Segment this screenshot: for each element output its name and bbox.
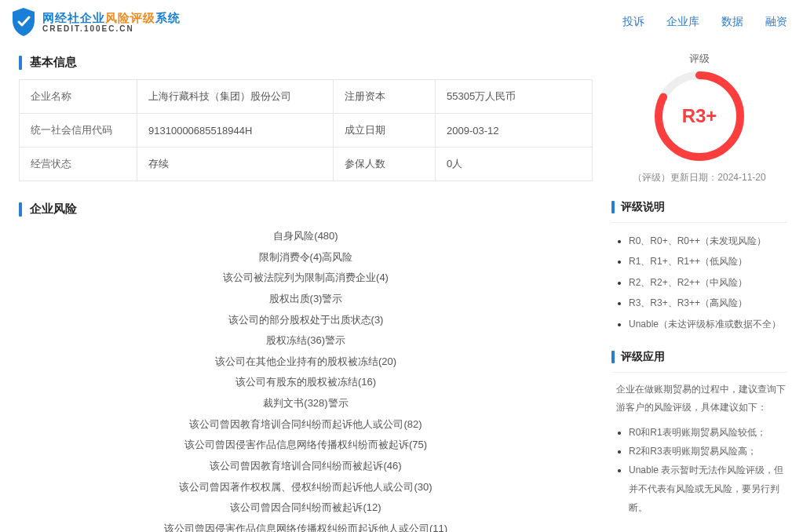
legend-title: 评级说明 xyxy=(611,200,787,214)
list-item: R2和R3表明账期贸易风险高； xyxy=(629,442,787,461)
logo[interactable]: 网经社企业风险评级系统 CREDIT.100EC.CN xyxy=(9,6,181,38)
list-item: 股权冻结(36)警示 xyxy=(19,330,593,352)
legend-list: R0、R0+、R0++（未发现风险） R1、R1+、R1++（低风险） R2、R… xyxy=(611,231,787,334)
cell-value: 2009-03-12 xyxy=(436,114,593,148)
list-item: Unable 表示暂时无法作风险评级，但并不代表有风险或无风险，要另行判断。 xyxy=(629,461,787,517)
list-item: 该公司曾因著作权权属、侵权纠纷而起诉他人或公司(30) xyxy=(19,477,593,498)
risk-title: 企业风险 xyxy=(19,202,593,217)
cell-value: 55305万人民币 xyxy=(436,80,593,114)
cell-value: 91310000685518944H xyxy=(137,114,334,148)
list-item: 该公司被法院列为限制高消费企业(4) xyxy=(19,268,593,289)
table-row: 经营状态 存续 参保人数 0人 xyxy=(20,148,593,181)
cell-label: 成立日期 xyxy=(334,114,436,148)
cell-label: 注册资本 xyxy=(334,80,436,114)
list-item: 该公司在其他企业持有的股权被冻结(20) xyxy=(19,352,593,373)
cell-label: 企业名称 xyxy=(20,80,137,114)
top-nav: 投诉 企业库 数据 融资 xyxy=(622,15,787,29)
header: 网经社企业风险评级系统 CREDIT.100EC.CN 投诉 企业库 数据 融资 xyxy=(0,0,803,44)
list-item: 该公司的部分股权处于出质状态(3) xyxy=(19,310,593,331)
logo-text-3: 系统 xyxy=(155,11,181,24)
list-item: R0、R0+、R0++（未发现风险） xyxy=(629,231,787,251)
cell-value: 存续 xyxy=(137,148,334,181)
list-item: 裁判文书(328)警示 xyxy=(19,393,593,414)
app-note: 企业在做账期贸易的过程中，建议查询下游客户的风险评级，具体建议如下： xyxy=(611,381,787,417)
rating-value: R3+ xyxy=(682,105,717,127)
table-row: 统一社会信用代码 91310000685518944H 成立日期 2009-03… xyxy=(20,114,593,148)
cell-value: 上海行藏科技（集团）股份公司 xyxy=(137,80,334,114)
list-item: 该公司曾因侵害作品信息网络传播权纠纷而被起诉(75) xyxy=(19,435,593,456)
list-item: 该公司曾因合同纠纷而被起诉(12) xyxy=(19,497,593,519)
app-list: R0和R1表明账期贸易风险较低； R2和R3表明账期贸易风险高； Unable … xyxy=(611,423,787,517)
list-item: 该公司有股东的股权被冻结(16) xyxy=(19,372,593,393)
table-row: 企业名称 上海行藏科技（集团）股份公司 注册资本 55305万人民币 xyxy=(20,80,593,114)
list-item: R1、R1+、R1++（低风险） xyxy=(629,251,787,271)
risk-list: 自身风险(480) 限制消费令(4)高风险 该公司被法院列为限制高消费企业(4)… xyxy=(19,226,593,532)
list-item: 限制消费令(4)高风险 xyxy=(19,247,593,268)
list-item: R2、R2+、R2++（中风险） xyxy=(629,272,787,293)
divider xyxy=(611,222,787,223)
logo-subtext: CREDIT.100EC.CN xyxy=(42,24,181,34)
list-item: 该公司曾因教育培训合同纠纷而被起诉(46) xyxy=(19,456,593,477)
list-item: 该公司曾因教育培训合同纠纷而起诉他人或公司(82) xyxy=(19,414,593,435)
nav-data[interactable]: 数据 xyxy=(721,15,743,29)
rating-date: （评级）更新日期：2024-11-20 xyxy=(611,171,787,184)
shield-icon xyxy=(9,6,38,38)
rating-panel: 评级 R3+ （评级）更新日期：2024-11-20 xyxy=(611,52,787,184)
list-item: 该公司曾因侵害作品信息网络传播权纠纷而起诉他人或公司(11) xyxy=(19,519,593,532)
cell-label: 经营状态 xyxy=(20,148,137,181)
list-item: 自身风险(480) xyxy=(19,226,593,247)
logo-text-2: 风险评级 xyxy=(105,11,155,24)
basic-info-table: 企业名称 上海行藏科技（集团）股份公司 注册资本 55305万人民币 统一社会信… xyxy=(19,79,593,181)
nav-financing[interactable]: 融资 xyxy=(765,15,787,29)
list-item: R3、R3+、R3++（高风险） xyxy=(629,293,787,313)
logo-text-1: 网经社企业 xyxy=(42,11,105,24)
list-item: 股权出质(3)警示 xyxy=(19,289,593,310)
cell-label: 参保人数 xyxy=(334,148,436,181)
nav-complaint[interactable]: 投诉 xyxy=(622,15,644,29)
divider xyxy=(611,372,787,373)
rating-label: 评级 xyxy=(611,52,787,66)
app-title: 评级应用 xyxy=(611,350,787,364)
cell-value: 0人 xyxy=(436,148,593,181)
basic-info-title: 基本信息 xyxy=(19,55,593,70)
nav-enterprise-db[interactable]: 企业库 xyxy=(666,15,699,29)
list-item: Unable（未达评级标准或数据不全） xyxy=(629,314,787,334)
cell-label: 统一社会信用代码 xyxy=(20,114,137,148)
list-item: R0和R1表明账期贸易风险较低； xyxy=(629,423,787,442)
rating-ring: R3+ xyxy=(652,69,746,163)
